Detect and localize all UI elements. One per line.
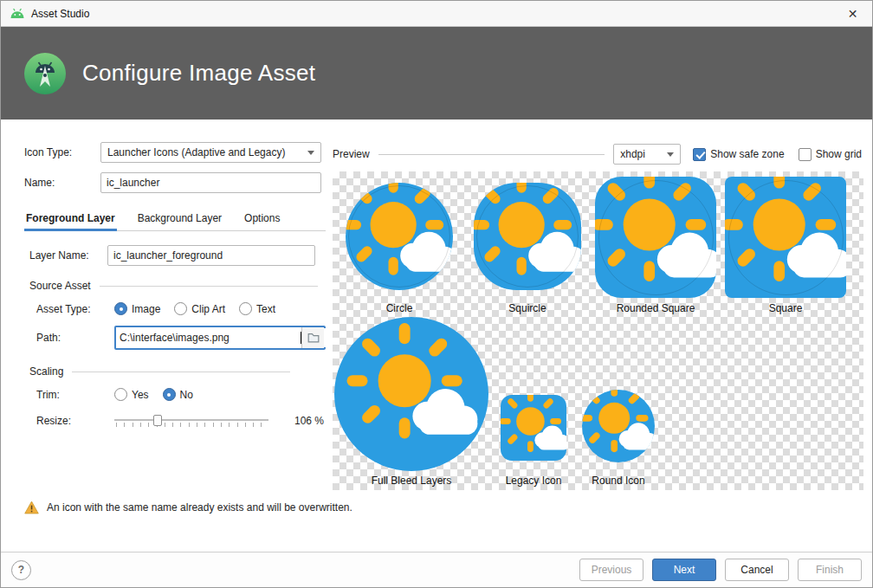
preview-panel: Preview xhdpi Show safe zone Show grid — [326, 120, 873, 494]
page-title: Configure Image Asset — [82, 60, 315, 87]
asset-type-label: Asset Type: — [36, 303, 114, 315]
radio-label: No — [180, 389, 193, 401]
warning-text: An icon with the same name already exist… — [47, 501, 352, 514]
preview-label-full-bleed: Full Bleed Layers — [334, 475, 488, 487]
slider-ticks — [116, 423, 268, 427]
preview-icon-circle — [346, 183, 453, 290]
sun-cloud-artwork — [725, 177, 846, 298]
layer-name-label: Layer Name: — [29, 249, 107, 262]
sun-cloud-artwork — [474, 183, 581, 290]
sun-cloud-artwork — [501, 395, 566, 461]
radio-label: Yes — [132, 389, 149, 401]
resize-label: Resize: — [36, 415, 114, 427]
radio-selected-icon — [163, 388, 176, 401]
radio-label: Image — [132, 303, 160, 315]
name-input[interactable] — [100, 172, 321, 193]
sun-cloud-artwork — [582, 390, 655, 462]
preview-icon-round — [582, 390, 655, 462]
slider-track — [114, 419, 268, 421]
trim-label: Trim: — [36, 389, 114, 401]
layer-name-input[interactable] — [107, 245, 315, 266]
help-icon: ? — [18, 564, 24, 576]
asset-studio-window: Asset Studio ✕ Configure Image — [0, 0, 873, 588]
titlebar: Asset Studio ✕ — [1, 1, 872, 27]
preview-canvas: Circle Squircle Rounded Square Square Fu… — [333, 171, 863, 490]
trim-radio-yes[interactable]: Yes — [114, 388, 149, 401]
preview-label-rounded-square: Rounded Square — [595, 302, 716, 314]
radio-icon — [174, 302, 187, 315]
tab-background-layer[interactable]: Background Layer — [136, 209, 223, 230]
preview-label-square: Square — [725, 302, 846, 314]
preview-label-squircle: Squircle — [474, 302, 581, 314]
source-asset-section-header: Source Asset — [29, 280, 326, 292]
icon-type-select[interactable]: Launcher Icons (Adaptive and Legacy) — [100, 142, 321, 163]
checkbox-icon — [799, 148, 812, 161]
resize-value: 106 % — [294, 415, 324, 427]
radio-label: Text — [256, 303, 275, 315]
finish-button[interactable]: Finish — [798, 559, 862, 581]
checkbox-checked-icon — [693, 148, 706, 161]
bottom-spacer — [1, 520, 872, 552]
preview-header: Preview xhdpi Show safe zone Show grid — [333, 144, 863, 165]
radio-icon — [114, 388, 127, 401]
sun-cloud-artwork — [334, 317, 488, 471]
scaling-label: Scaling — [29, 365, 63, 378]
path-label: Path: — [36, 332, 114, 344]
density-select[interactable]: xhdpi — [613, 144, 681, 165]
tab-foreground-layer[interactable]: Foreground Layer — [24, 209, 117, 230]
trim-radio-no[interactable]: No — [163, 388, 193, 401]
asset-type-radio-text[interactable]: Text — [239, 302, 275, 315]
android-icon — [10, 8, 25, 19]
radio-selected-icon — [114, 302, 127, 315]
sun-cloud-artwork — [346, 183, 453, 290]
section-divider — [72, 372, 290, 372]
folder-icon — [307, 333, 320, 343]
preview-icon-squircle — [474, 183, 581, 290]
preview-label: Preview — [333, 148, 370, 160]
checkbox-label: Show safe zone — [710, 148, 784, 160]
previous-button[interactable]: Previous — [579, 559, 643, 581]
wizard-buttons: Previous Next Cancel Finish — [579, 559, 862, 581]
main-content: Icon Type: Launcher Icons (Adaptive and … — [1, 120, 872, 494]
name-label: Name: — [24, 177, 100, 189]
preview-icon-legacy — [501, 395, 566, 461]
foreground-layer-panel: Layer Name: Source Asset Asset Type: Ima… — [24, 245, 326, 429]
scaling-section-header: Scaling — [29, 365, 326, 378]
sun-cloud-artwork — [595, 177, 716, 298]
show-grid-checkbox[interactable]: Show grid — [799, 148, 862, 161]
chevron-down-icon — [667, 152, 674, 157]
checkbox-label: Show grid — [816, 148, 862, 160]
preview-label-legacy: Legacy Icon — [488, 475, 579, 487]
asset-type-radio-clip-art[interactable]: Clip Art — [174, 302, 225, 315]
window-title: Asset Studio — [31, 8, 89, 20]
source-asset-label: Source Asset — [29, 280, 91, 292]
icon-type-label: Icon Type: — [24, 146, 100, 158]
cancel-button[interactable]: Cancel — [725, 559, 789, 581]
preview-icon-square — [725, 177, 846, 298]
asset-type-radio-image[interactable]: Image — [114, 302, 160, 315]
footer-bar: ? Previous Next Cancel Finish — [1, 552, 872, 587]
asset-studio-logo — [23, 52, 67, 95]
section-divider — [100, 286, 318, 287]
preview-label-circle: Circle — [346, 302, 453, 314]
path-field — [114, 326, 326, 350]
preview-divider — [378, 154, 605, 155]
help-button[interactable]: ? — [11, 560, 31, 580]
chevron-down-icon — [307, 151, 314, 155]
icon-type-value: Launcher Icons (Adaptive and Legacy) — [107, 146, 302, 158]
next-button[interactable]: Next — [652, 559, 716, 581]
layer-tabs: Foreground Layer Background Layer Option… — [24, 209, 326, 231]
browse-button[interactable] — [301, 327, 324, 348]
close-icon: ✕ — [848, 7, 858, 21]
options-panel: Icon Type: Launcher Icons (Adaptive and … — [1, 120, 326, 494]
tab-options[interactable]: Options — [242, 209, 281, 230]
preview-label-round: Round Icon — [572, 475, 665, 487]
radio-icon — [239, 302, 252, 315]
close-button[interactable]: ✕ — [833, 1, 872, 26]
resize-slider-thumb[interactable] — [153, 415, 162, 426]
warning-bar: An icon with the same name already exist… — [1, 494, 872, 520]
show-safe-zone-checkbox[interactable]: Show safe zone — [693, 148, 784, 161]
warning-icon — [24, 501, 39, 514]
resize-slider[interactable] — [114, 413, 268, 429]
header-banner: Configure Image Asset — [1, 27, 872, 120]
